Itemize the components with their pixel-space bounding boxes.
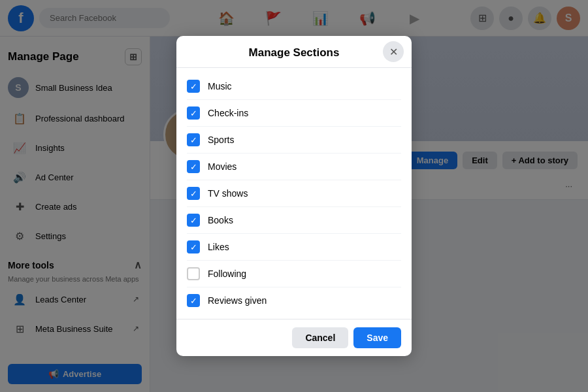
checkbox[interactable]: ✓ xyxy=(187,294,200,307)
checkbox-item[interactable]: ✓TV shows xyxy=(187,180,401,207)
checkbox-item[interactable]: ✓Music xyxy=(187,73,401,100)
checkbox[interactable] xyxy=(187,267,200,280)
checkbox[interactable]: ✓ xyxy=(187,80,200,93)
modal-header: Manage Sections ✕ xyxy=(176,36,412,68)
checkbox[interactable]: ✓ xyxy=(187,214,200,227)
modal-footer: Cancel Save xyxy=(176,319,412,356)
modal-body: ✓Music✓Check-ins✓Sports✓Movies✓TV shows✓… xyxy=(176,68,412,319)
checkbox-label: Reviews given xyxy=(208,295,267,306)
save-button[interactable]: Save xyxy=(353,327,401,348)
checkbox-label: Following xyxy=(208,269,246,279)
checkbox[interactable]: ✓ xyxy=(187,187,200,200)
modal-overlay: Manage Sections ✕ ✓Music✓Check-ins✓Sport… xyxy=(0,0,588,392)
checkbox-item[interactable]: ✓Movies xyxy=(187,154,401,180)
modal-close-button[interactable]: ✕ xyxy=(383,41,404,62)
checkbox-label: Books xyxy=(208,215,233,225)
checkbox-label: TV shows xyxy=(208,188,248,199)
checkbox-item[interactable]: ✓Books xyxy=(187,207,401,234)
checkbox-item[interactable]: ✓Reviews given xyxy=(187,287,401,314)
manage-sections-modal: Manage Sections ✕ ✓Music✓Check-ins✓Sport… xyxy=(176,36,412,356)
checkbox-item[interactable]: ✓Check-ins xyxy=(187,100,401,127)
checkbox[interactable]: ✓ xyxy=(187,106,200,120)
checkbox-label: Likes xyxy=(208,242,229,252)
modal-title: Manage Sections xyxy=(249,46,340,59)
cancel-button[interactable]: Cancel xyxy=(292,327,348,348)
checkbox[interactable]: ✓ xyxy=(187,240,200,253)
checkbox[interactable]: ✓ xyxy=(187,133,200,146)
checkbox-item[interactable]: Following xyxy=(187,261,401,287)
checkbox-label: Movies xyxy=(208,161,237,172)
checkbox-label: Music xyxy=(208,81,232,91)
checkbox-item[interactable]: ✓Sports xyxy=(187,127,401,154)
checkbox-label: Check-ins xyxy=(208,108,248,118)
checkbox-item[interactable]: ✓Likes xyxy=(187,234,401,261)
checkbox-label: Sports xyxy=(208,135,234,145)
checkbox[interactable]: ✓ xyxy=(187,160,200,173)
